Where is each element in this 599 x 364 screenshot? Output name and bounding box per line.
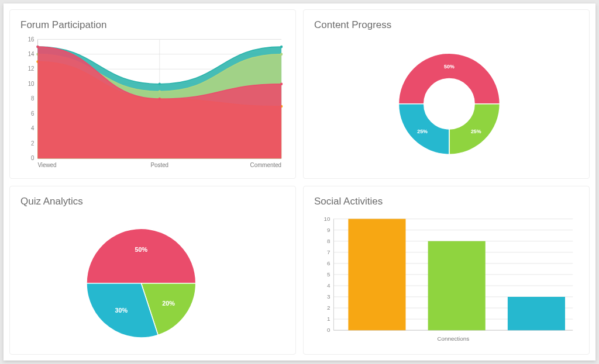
card-title: Forum Participation (20, 19, 285, 31)
card-title: Content Progress (314, 19, 579, 31)
card-quiz-analytics: Quiz Analytics 50%20%30% (9, 186, 296, 355)
card-social-activities: Social Activities 012345678910Connection… (303, 186, 590, 355)
svg-text:0: 0 (327, 327, 331, 333)
svg-text:25%: 25% (417, 129, 428, 134)
svg-point-28 (159, 90, 161, 93)
svg-text:20%: 20% (162, 299, 175, 306)
dashboard: Forum Participation 0246810121416ViewedP… (4, 4, 595, 360)
svg-text:9: 9 (327, 226, 330, 233)
svg-text:6: 6 (31, 110, 35, 117)
svg-text:Posted: Posted (151, 162, 169, 168)
svg-text:10: 10 (324, 215, 331, 221)
svg-point-29 (280, 53, 283, 56)
svg-text:0: 0 (31, 155, 35, 161)
svg-rect-67 (428, 241, 486, 330)
svg-text:2: 2 (31, 140, 35, 147)
card-content-progress: Content Progress 50%25%25% (303, 9, 590, 179)
svg-text:Commented: Commented (250, 162, 282, 168)
svg-point-25 (159, 82, 161, 85)
svg-text:Viewed: Viewed (37, 162, 56, 168)
svg-text:2: 2 (327, 304, 330, 311)
svg-rect-66 (348, 219, 405, 330)
forum-area-chart: 0246810121416ViewedPostedCommented (20, 36, 285, 172)
svg-text:Connections: Connections (438, 335, 470, 341)
svg-text:1: 1 (327, 316, 330, 322)
svg-text:25%: 25% (471, 129, 481, 134)
svg-point-34 (159, 98, 161, 100)
card-title: Quiz Analytics (20, 196, 285, 207)
quiz-pie-chart: 50%20%30% (20, 212, 285, 349)
svg-text:8: 8 (327, 237, 331, 244)
social-bar-chart: 012345678910Connections (314, 212, 579, 349)
svg-text:10: 10 (28, 81, 35, 87)
svg-text:7: 7 (327, 248, 330, 255)
svg-text:6: 6 (327, 259, 331, 266)
svg-text:16: 16 (28, 36, 35, 42)
card-forum-participation: Forum Participation 0246810121416ViewedP… (9, 9, 296, 179)
content-donut-chart: 50%25%25% (314, 36, 579, 172)
svg-text:3: 3 (327, 293, 331, 299)
svg-text:12: 12 (28, 65, 35, 72)
svg-rect-68 (508, 297, 565, 330)
svg-text:50%: 50% (135, 245, 148, 252)
svg-point-35 (280, 82, 283, 85)
svg-text:14: 14 (28, 51, 35, 57)
svg-text:4: 4 (31, 125, 35, 131)
svg-text:4: 4 (327, 282, 331, 288)
svg-point-33 (36, 46, 39, 48)
svg-point-26 (280, 46, 283, 48)
svg-text:30%: 30% (115, 307, 128, 314)
svg-text:8: 8 (31, 95, 35, 102)
card-title: Social Activities (314, 196, 579, 207)
svg-text:5: 5 (327, 271, 331, 277)
svg-text:50%: 50% (444, 64, 455, 70)
